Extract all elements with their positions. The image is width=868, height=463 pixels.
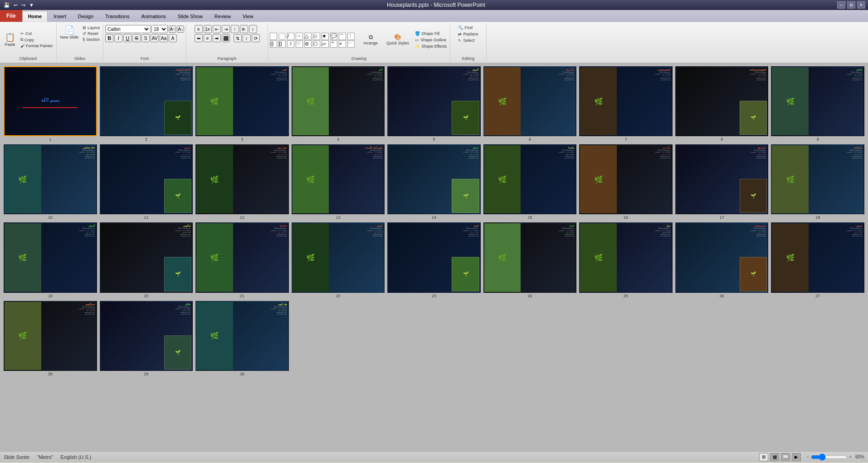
slide-thumb-16[interactable]: 🌿 برگ پنو متن اطلاعات گیاه 16 ارتفاع: ۳۰… xyxy=(579,144,673,220)
slide-thumb-15[interactable]: 🌿 دراسنا متن اطلاعات گیاه 15 ارتفاع: ۳۰ … xyxy=(483,144,577,220)
slide-thumb-30[interactable]: 🌿 واند آنوبی متن اطلاعات گیاه 30 ارتفاع:… xyxy=(195,301,289,376)
italic-button[interactable]: I xyxy=(114,34,122,42)
shape-arrow[interactable]: → xyxy=(296,33,303,40)
bullets-button[interactable]: ≡ xyxy=(195,25,203,33)
slide-thumb-14[interactable]: درختی متن اطلاعات گیاه 14 ارتفاع: ۳۰ تا … xyxy=(387,144,481,220)
slide-thumb-3[interactable]: 🌿 کوب متن اطلاعات گیاه 3 ارتفاع: ۳۰ تا ۶… xyxy=(195,66,289,142)
slide-thumb-23[interactable]: کودم متن اطلاعات گیاه 23 ارتفاع: ۳۰ تا ۶… xyxy=(387,222,481,298)
align-text-button[interactable]: ↕ xyxy=(243,34,251,42)
decrease-indent-button[interactable]: ⇤ xyxy=(213,25,221,33)
reset-button[interactable]: ↺ Reset xyxy=(81,31,101,36)
paste-button[interactable]: 📋 Paste xyxy=(2,32,18,48)
slide-thumb-19[interactable]: 🌿 گزینش متن اطلاعات گیاه 19 ارتفاع: ۳۰ ت… xyxy=(4,222,97,298)
slide-thumb-4[interactable]: 🌿 آنتو متن اطلاعات گیاه 4 ارتفاع: ۳۰ تا … xyxy=(292,66,385,142)
shape-plus[interactable]: + xyxy=(339,40,346,48)
select-button[interactable]: ↖ Select xyxy=(457,38,476,43)
underline-button[interactable]: U xyxy=(123,34,132,42)
tab-transitions[interactable]: Transitions xyxy=(99,11,135,22)
shape-chevron[interactable]: ⌃ xyxy=(330,40,337,48)
slide-thumb-11[interactable]: سیپرو متن اطلاعات گیاه 11 ارتفاع: ۳۰ تا … xyxy=(100,144,193,220)
close-button[interactable]: ✕ xyxy=(857,1,865,9)
font-family-select[interactable]: Calibri xyxy=(105,25,151,33)
zoom-minus-icon[interactable]: − xyxy=(806,454,809,459)
slide-thumb-17[interactable]: دختر نوح متن اطلاعات گیاه 17 ارتفاع: ۳۰ … xyxy=(675,144,769,220)
restore-button[interactable]: ⧉ xyxy=(847,1,855,9)
bold-button[interactable]: B xyxy=(105,34,113,42)
slide-thumb-10[interactable]: 🌿 خانه فراغتی متن اطلاعات گیاه 10 ارتفاع… xyxy=(4,144,97,220)
undo-quick-btn[interactable]: ↩ xyxy=(13,2,19,8)
new-slide-button[interactable]: 📄 New Slide xyxy=(59,25,81,40)
increase-indent-button[interactable]: ⇥ xyxy=(222,25,230,33)
tab-insert[interactable]: Insert xyxy=(48,11,72,22)
slide-thumb-9[interactable]: 🌿 کولئو متن اطلاعات گیاه 9 ارتفاع: ۳۰ تا… xyxy=(771,66,864,142)
column-button[interactable]: ⫸ xyxy=(240,25,248,33)
quick-styles-button[interactable]: 🎨 Quick Styles xyxy=(385,33,411,46)
align-left-button[interactable]: ⬅ xyxy=(195,34,203,42)
copy-button[interactable]: ⧉ Copy xyxy=(19,37,54,43)
slide-thumb-5[interactable]: آنتوریم متن اطلاعات گیاه 5 ارتفاع: ۳۰ تا… xyxy=(387,66,481,142)
shape-line[interactable]: / xyxy=(287,33,294,40)
shape-moon[interactable]: ☽ xyxy=(287,40,294,48)
shape-outline-button[interactable]: ▭ Shape Outline xyxy=(414,37,448,43)
slide-thumb-18[interactable]: 🌿 ساسانیه متن اطلاعات گیاه 18 ارتفاع: ۳۰… xyxy=(771,144,864,220)
shape-diamond[interactable]: ◇ xyxy=(313,33,320,40)
shadow-button[interactable]: S xyxy=(141,34,150,42)
font-size-decrease-button[interactable]: A↓ xyxy=(177,25,184,33)
slide-thumb-20[interactable]: فیگوس متن اطلاعات گیاه 20 ارتفاع: ۳۰ تا … xyxy=(100,222,193,298)
minimize-button[interactable]: ─ xyxy=(837,1,845,9)
shape-brace[interactable]: {} xyxy=(270,40,277,48)
zoom-plus-icon[interactable]: + xyxy=(849,454,852,459)
align-center-button[interactable]: ≡ xyxy=(204,34,212,42)
smartart-cols-button[interactable]: ⫶ xyxy=(231,25,239,33)
font-size-increase-button[interactable]: A↑ xyxy=(169,25,176,33)
slide-thumb-24[interactable]: 🌿 لینبا متن اطلاعات گیاه 24 ارتفاع: ۳۰ ت… xyxy=(483,222,577,298)
strikethrough-button[interactable]: S xyxy=(132,34,141,42)
font-size-select[interactable]: 18 xyxy=(151,25,168,33)
slide-thumb-6[interactable]: 🌿 برگ نیزار متن اطلاعات گیاه 6 ارتفاع: ۳… xyxy=(483,66,577,142)
slide-sorter-panel[interactable]: بسم الله 1 گیاهان آپارتمانی متن اطلاعات … xyxy=(0,63,868,451)
slide-sorter-view-button[interactable]: ⊞ xyxy=(759,453,768,461)
shape-more[interactable]: ⋮ xyxy=(347,33,355,40)
shape-bracket[interactable]: [] xyxy=(278,40,286,48)
tab-slide-show[interactable]: Slide Show xyxy=(172,11,209,22)
shape-fill-button[interactable]: 🪣 Shape Fill xyxy=(414,31,448,36)
slide-thumb-8[interactable]: فوتوس‌سبزسفید متن اطلاعات گیاه 8 ارتفاع:… xyxy=(675,66,769,142)
slide-thumb-22[interactable]: 🌿 کروتن متن اطلاعات گیاه 22 ارتفاع: ۳۰ ت… xyxy=(292,222,385,298)
slide-thumb-1[interactable]: بسم الله 1 xyxy=(4,66,97,142)
slide-sorter-status[interactable]: Slide Sorter xyxy=(4,454,29,460)
reading-view-button[interactable]: 📖 xyxy=(781,453,790,461)
numbering-button[interactable]: 1≡ xyxy=(204,25,212,33)
arrange-button[interactable]: ⧉ Arrange xyxy=(359,33,382,46)
slide-thumb-12[interactable]: 🌿 بوس برتی متن اطلاعات گیاه 12 ارتفاع: ۳… xyxy=(195,144,289,220)
tab-file[interactable]: File xyxy=(0,10,22,22)
shape-oval[interactable] xyxy=(278,33,286,40)
shape-curve[interactable]: ⌒ xyxy=(339,33,346,40)
slide-thumb-13[interactable]: 🌿 بوس بلبل ذاکره ی متن اطلاعات گیاه 13 ا… xyxy=(292,144,385,220)
cut-button[interactable]: ✂ Cut xyxy=(19,31,54,36)
shape-heart[interactable]: ♡ xyxy=(296,40,303,48)
redo-quick-btn[interactable]: ↪ xyxy=(20,2,26,8)
clear-format-button[interactable]: A xyxy=(169,34,177,42)
find-button[interactable]: 🔍 Find xyxy=(457,25,474,30)
tab-design[interactable]: Design xyxy=(72,11,99,22)
align-right-button[interactable]: ➡ xyxy=(213,34,221,42)
slide-thumb-27[interactable]: 🌿 صنوبر متن اطلاعات گیاه 27 ارتفاع: ۳۰ ت… xyxy=(771,222,864,298)
line-spacing-button[interactable]: ↕ xyxy=(249,25,257,33)
char-spacing-button[interactable]: AV xyxy=(151,34,159,42)
tab-view[interactable]: View xyxy=(237,11,259,22)
shape-ban[interactable]: ⊘ xyxy=(304,40,312,48)
format-painter-button[interactable]: 🖌 Format Painter xyxy=(19,43,54,49)
zoom-slider[interactable] xyxy=(811,453,847,461)
justify-button[interactable]: ⬛ xyxy=(222,34,230,42)
slide-thumb-26[interactable]: حسن یوسف متن اطلاعات گیاه 26 ارتفاع: ۳۰ … xyxy=(675,222,769,298)
slide-thumb-29[interactable]: طاقل متن اطلاعات گیاه 29 ارتفاع: ۳۰ تا ۶… xyxy=(100,301,193,376)
replace-button[interactable]: ⇄ Replace xyxy=(457,31,479,37)
tab-animations[interactable]: Animations xyxy=(135,11,171,22)
shape-octagon[interactable]: ⬡ xyxy=(313,40,320,48)
layout-button[interactable]: ⊞ Layout xyxy=(81,25,101,30)
slide-thumb-21[interactable]: 🌿 دیفنباخ متن اطلاعات گیاه 21 ارتفاع: ۳۰… xyxy=(195,222,289,298)
shape-tri[interactable]: △ xyxy=(304,33,312,40)
slide-thumb-28[interactable]: 🌿 سینگونیم متن اطلاعات گیاه 28 ارتفاع: ۳… xyxy=(4,301,97,376)
shape-effects-button[interactable]: ✨ Shape Effects xyxy=(414,44,448,49)
text-direction-button[interactable]: ⇅ xyxy=(234,34,242,42)
